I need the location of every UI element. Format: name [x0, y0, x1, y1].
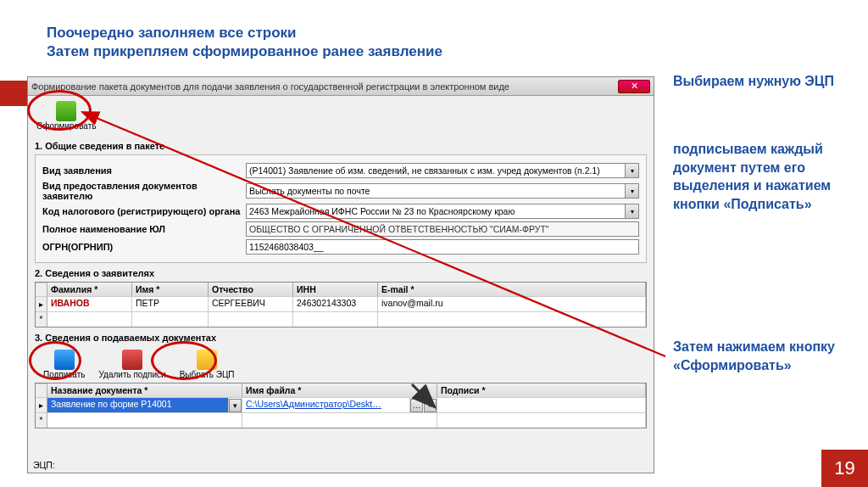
- section-1-panel: Вид заявления (Р14001) Заявление об изм.…: [35, 154, 647, 263]
- col-name: Имя *: [132, 283, 209, 296]
- ogrn-field[interactable]: 1152468038403__: [246, 239, 639, 255]
- cell-file-path[interactable]: C:\Users\Администратор\Deskt…: [242, 397, 410, 412]
- document-row[interactable]: ▸ Заявление по форме Р14001 ▾ C:\Users\А…: [36, 397, 646, 412]
- chevron-down-icon[interactable]: ▾: [229, 399, 242, 412]
- col-file: Имя файла *: [242, 383, 437, 397]
- cell-fam[interactable]: ИВАНОВ: [47, 296, 132, 311]
- cell-name[interactable]: ПЕТР: [132, 296, 209, 311]
- close-button[interactable]: ✕: [618, 80, 650, 93]
- ogrn-label: ОГРН(ОГРНИП): [42, 242, 246, 252]
- row-marker-icon: ▸: [36, 296, 47, 311]
- documents-grid[interactable]: Название документа * Имя файла * Подписи…: [35, 383, 647, 428]
- delivery-select[interactable]: Выслать документы по почте: [246, 183, 626, 199]
- app-type-select[interactable]: (Р14001) Заявление об изм. сведений, не …: [246, 163, 626, 178]
- applicant-new-row[interactable]: *: [36, 311, 646, 327]
- titlebar: Формирование пакета документов для подач…: [28, 77, 654, 96]
- unsign-button[interactable]: Удалить подписи: [99, 350, 166, 379]
- col-fam: Фамилия *: [47, 283, 132, 296]
- form-icon: [56, 101, 76, 121]
- section-applicants: 2. Сведения о заявителях Фамилия * Имя *…: [35, 268, 647, 327]
- page-number: 19: [821, 450, 868, 487]
- browse-button[interactable]: …: [410, 399, 423, 412]
- applicants-grid[interactable]: Фамилия * Имя * Отчество ИНН E-mail * ▸ …: [35, 282, 647, 327]
- cell-signatures[interactable]: [437, 397, 646, 412]
- instruction-line-2: Затем прикрепляем сформированное ранее з…: [47, 42, 442, 61]
- full-name-field: ОБЩЕСТВО С ОГРАНИЧЕННОЙ ОТВЕТСТВЕННОСТЬЮ…: [246, 221, 639, 237]
- chevron-down-icon[interactable]: ▾: [626, 183, 639, 199]
- side-note-2: подписываем каждый документ путем его вы…: [673, 140, 843, 213]
- section-general: 1. Общие сведения в пакете Вид заявления…: [35, 141, 647, 263]
- col-email: E-mail *: [378, 283, 646, 296]
- instruction-line-1: Поочередно заполняем все строки: [47, 24, 442, 42]
- form-button-label: Сформировать: [36, 121, 97, 131]
- documents-toolbar: Подписать Удалить подписи Выбрать ЭЦП: [35, 346, 647, 383]
- col-sig: Подписи *: [437, 383, 646, 397]
- cell-otch[interactable]: СЕРГЕЕВИЧ: [209, 296, 293, 311]
- choose-ecp-icon: [197, 350, 217, 370]
- section-3-title: 3. Сведения о подаваемых документах: [35, 333, 647, 343]
- tax-code-label: Код налогового (регистрирующего) органа: [42, 206, 246, 216]
- cell-email[interactable]: ivanov@mail.ru: [378, 296, 646, 311]
- col-otch: Отчество: [209, 283, 293, 296]
- row-marker-icon: ▸: [36, 397, 47, 412]
- section-documents: 3. Сведения о подаваемых документах Подп…: [35, 333, 647, 428]
- choose-ecp-button-label: Выбрать ЭЦП: [180, 370, 235, 379]
- col-inn: ИНН: [293, 283, 378, 296]
- chevron-down-icon[interactable]: ▾: [626, 163, 639, 178]
- delivery-label: Вид предоставления документов заявителю: [42, 181, 246, 201]
- section-2-title: 2. Сведения о заявителях: [35, 268, 647, 278]
- unsign-button-label: Удалить подписи: [99, 370, 166, 379]
- clear-button[interactable]: ×: [424, 399, 437, 412]
- new-row-icon: *: [36, 311, 47, 327]
- sign-button-label: Подписать: [43, 370, 86, 379]
- app-window: Формирование пакета документов для подач…: [27, 76, 654, 473]
- side-note-1: Выбираем нужную ЭЦП: [673, 72, 843, 91]
- window-title: Формирование пакета документов для подач…: [31, 81, 618, 92]
- side-note-3: Затем нажимаем кнопку «Сформировать»: [673, 338, 843, 374]
- decorative-red-bar: [0, 81, 29, 106]
- full-name-label: Полное наименование ЮЛ: [42, 224, 246, 234]
- app-type-label: Вид заявления: [42, 165, 246, 176]
- ecp-status-label: ЭЦП:: [33, 460, 55, 470]
- document-new-row[interactable]: *: [36, 412, 646, 428]
- col-doc: Название документа *: [47, 383, 242, 397]
- applicant-row[interactable]: ▸ ИВАНОВ ПЕТР СЕРГЕЕВИЧ 246302143303 iva…: [36, 296, 646, 311]
- tax-code-select[interactable]: 2463 Межрайонная ИФНС России № 23 по Кра…: [246, 204, 626, 219]
- sign-icon: [54, 350, 75, 370]
- top-instructions: Поочередно заполняем все строки Затем пр…: [47, 24, 442, 61]
- chevron-down-icon[interactable]: ▾: [626, 204, 639, 219]
- unsign-icon: [122, 350, 142, 370]
- choose-ecp-button[interactable]: Выбрать ЭЦП: [180, 350, 235, 379]
- new-row-icon: *: [36, 412, 47, 428]
- form-button[interactable]: Сформировать: [36, 101, 97, 131]
- main-toolbar: Сформировать: [28, 96, 654, 136]
- section-1-title: 1. Общие сведения в пакете: [35, 141, 647, 151]
- cell-inn[interactable]: 246302143303: [293, 296, 378, 311]
- cell-doc-name[interactable]: Заявление по форме Р14001: [47, 397, 229, 412]
- sign-button[interactable]: Подписать: [43, 350, 86, 379]
